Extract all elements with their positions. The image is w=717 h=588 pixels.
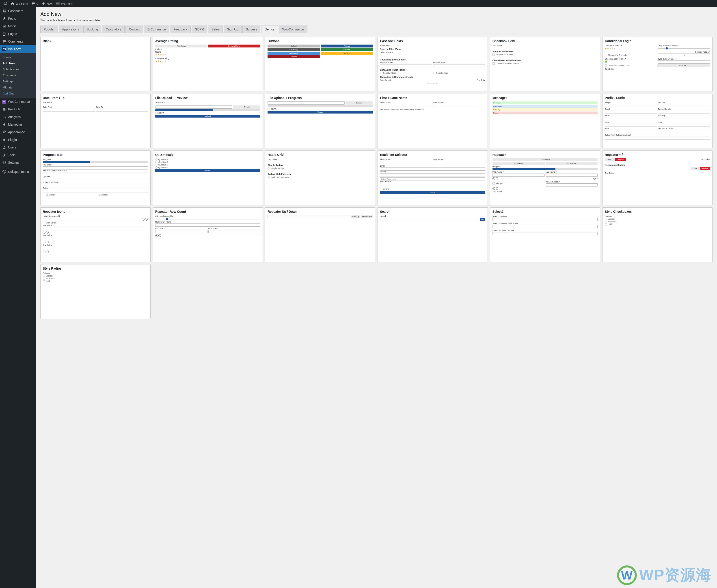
submenu-item-customize[interactable]: Customize [0,72,36,78]
tab-woocommerce[interactable]: WooCommerce [279,25,307,33]
search-input[interactable] [380,218,479,221]
slider[interactable] [155,219,261,219]
submit-button[interactable]: Submit [380,191,485,194]
primary-button[interactable]: Primary [321,45,373,47]
card-cascade[interactable]: Cascade Fields Text Editor Select a Filt… [377,37,488,91]
tab-surveys[interactable]: Surveys [242,25,261,33]
sidebar-item-users[interactable]: Users [0,144,36,151]
click-me-button[interactable]: Click me... [657,64,710,67]
info-button[interactable]: Information [268,52,320,55]
card-radio-grid[interactable]: Radio Grid Text Editor Simple Radios Sim… [265,150,375,205]
sidebar-item-pages[interactable]: Pages [0,30,36,38]
secondary-button[interactable]: Secondary [268,48,320,51]
simple-checkbox[interactable]: Simple Checkboxes [492,54,598,56]
go-button[interactable]: Go [480,218,485,221]
upload-button[interactable]: Upload [268,111,373,113]
sidebar-item-posts[interactable]: Posts [0,15,36,22]
plus-icon[interactable]: + [492,187,495,190]
ws-form-bar[interactable]: WSWS Form [54,0,75,7]
collapse-menu[interactable]: Collapse menu [0,168,36,175]
card-repeater-up-down[interactable]: Repeater Up / Down Move UpMove Down [265,207,375,262]
sidebar-item-analytics[interactable]: Analytics [0,113,36,121]
add-rating-button[interactable]: Add Rating [155,45,207,47]
card-conditional[interactable]: Conditional Logic Give me 5 stars... *★★… [602,37,713,91]
make-select[interactable] [380,54,485,57]
sidebar-item-appearance[interactable]: Appearance [0,128,36,136]
upload-button[interactable]: Upload [155,114,261,118]
tab-sales[interactable]: Sales [208,25,223,33]
card-search[interactable]: Search Search * Go [377,207,488,262]
submenu-item-forms[interactable]: Forms [0,54,36,60]
submenu-item-settings[interactable]: Settings [0,78,36,84]
card-prefix-suffix[interactable]: Prefix / Suffix WeightAmount EmailTwitte… [602,93,713,148]
gdpr-checkbox[interactable]: GDPR [155,112,261,114]
last-name-input[interactable] [433,104,485,107]
card-select2[interactable]: Select2 Select + Select2 Select + Select… [490,207,600,262]
browse-button[interactable]: Browse [233,105,260,109]
card-repeater-row-count[interactable]: Repeater Row Count Click And Drag This N… [153,207,263,262]
default-button[interactable]: Default [268,45,320,47]
minus-icon[interactable]: − [496,177,498,180]
card-date[interactable]: Date From / To Text Editor Date FromDate… [40,93,150,148]
tab-contact[interactable]: Contact [125,25,143,33]
wp-logo[interactable] [2,0,9,7]
card-checkbox-grid[interactable]: Checkbox Grid Text Editor Simple Checkbo… [490,37,600,91]
card-blank[interactable]: Blank [40,37,150,91]
model-select[interactable] [380,64,432,67]
tab-demos[interactable]: Demos [261,25,278,33]
sidebar-item-settings[interactable]: Settings [0,159,36,166]
card-repeater[interactable]: Repeater Add Person Set All AdultSet All… [490,150,600,205]
move-down-button[interactable]: Move Down [361,215,373,218]
plus-icon[interactable]: + [142,218,145,220]
tab-calculators[interactable]: Calculators [102,25,125,33]
card-repeater-pm[interactable]: Repeater + / - AddRemoveText Editor Repe… [602,150,713,205]
add-button[interactable]: Add [605,158,614,161]
sidebar-item-media[interactable]: Media [0,22,36,30]
remove-button[interactable]: Remove [615,158,626,161]
card-style-radios[interactable]: Style Radios Buttons Vertical Horizontal… [40,264,150,319]
minus-icon[interactable]: − [145,218,148,220]
tab-booking[interactable]: Booking [83,25,102,33]
tab-sign-up[interactable]: Sign Up [224,25,242,33]
success-button[interactable]: Success [321,48,373,51]
year-select[interactable] [433,64,485,67]
card-first-lane[interactable]: First + Lane Name First Name *Last Name … [377,93,488,148]
tab-popular[interactable]: Popular [40,25,58,33]
card-file-preview[interactable]: File Upload + Preview Text Editor Browse… [153,93,263,148]
minus-icon[interactable]: − [496,187,498,190]
date-to-input[interactable] [96,109,148,112]
sidebar-item-products[interactable]: Products [0,105,36,113]
tab-feedback[interactable]: Feedback [170,25,190,33]
sidebar-item-dashboard[interactable]: Dashboard [0,7,36,15]
card-average-rating[interactable]: Average Rating Add Rating Remove Rating … [153,37,263,91]
warning-button[interactable]: Warning [321,52,373,55]
card-progress-bar[interactable]: Progress Bar Progress Required * Require… [40,150,150,205]
browse-button[interactable]: Browse [346,101,373,105]
sidebar-item-plugins[interactable]: Plugins [0,136,36,144]
sidebar-item-comments[interactable]: Comments [0,38,36,45]
add-person-button[interactable]: Add Person [492,158,598,161]
card-file-progress[interactable]: File Upload + Progress Browse GDPR Uploa… [265,93,375,148]
new-content[interactable]: New [40,0,54,7]
minus-icon[interactable]: − [159,234,161,237]
submenu-item-migrate[interactable]: Migrate [0,84,36,90]
submenu-item-submissions[interactable]: Submissions [0,66,36,72]
submenu-item-add-ons[interactable]: Add-Ons [0,90,36,97]
card-repeater-icons[interactable]: Repeater Icons Example Text Field +− Vie… [40,207,150,262]
sidebar-item-woocommerce[interactable]: WWooCommerce [0,98,36,105]
date-from-input[interactable] [43,109,95,112]
submit-button[interactable]: Submit [155,169,261,172]
sidebar-item-tools[interactable]: Tools [0,151,36,159]
card-style-checkboxes[interactable]: Style Checkboxes Buttons Vertical Horizo… [602,207,713,262]
plus-icon[interactable]: + [492,177,495,180]
fieldset-checkbox[interactable]: Checkboxes with Fieldsets [492,62,598,65]
submenu-item-add-new[interactable]: Add New [0,60,36,66]
site-home[interactable]: WS Form [9,0,30,7]
gdpr-checkbox[interactable]: GDPR [268,108,373,110]
tab-e-commerce[interactable]: E-Commerce [144,25,169,33]
card-buttons[interactable]: Buttons DefaultPrimary SecondarySuccess … [265,37,375,91]
sidebar-item-ws-form[interactable]: WSWS Form [0,45,36,53]
move-up-button[interactable]: Move Up [351,215,360,218]
remove-rating-button[interactable]: Remove Rating [208,45,261,47]
danger-button[interactable]: Danger [268,55,320,58]
